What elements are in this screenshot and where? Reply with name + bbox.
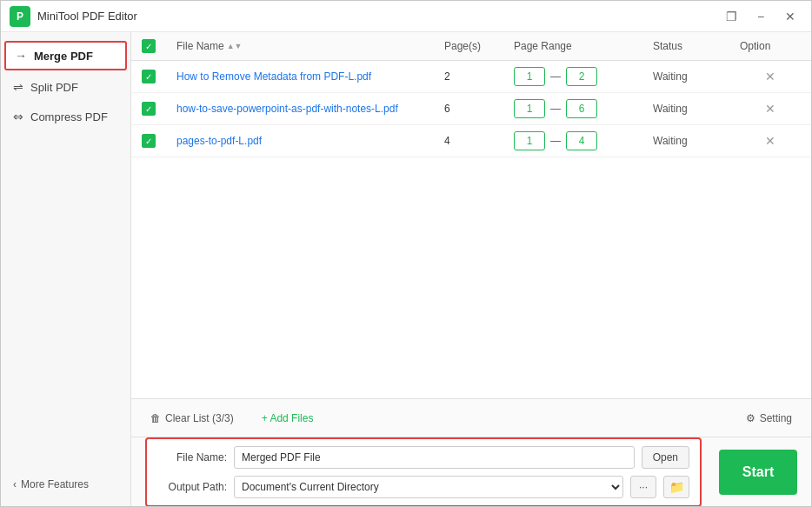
sidebar-item-merge-label: Merge PDF bbox=[34, 50, 93, 63]
app-title: MiniTool PDF Editor bbox=[37, 10, 719, 23]
sidebar-item-split-label: Split PDF bbox=[30, 81, 78, 94]
row1-filename[interactable]: How to Remove Metadata from PDF-L.pdf bbox=[176, 70, 444, 83]
setting-icon: ⚙ bbox=[746, 412, 755, 424]
clear-list-button[interactable]: 🗑 Clear List (3/3) bbox=[145, 409, 239, 428]
window-controls: ❐ − ✕ bbox=[719, 6, 802, 27]
row3-checkbox[interactable]: ✓ bbox=[142, 134, 156, 148]
bottom-form: File Name: Open Output Path: Document's … bbox=[145, 437, 702, 507]
minimize-icon: − bbox=[757, 10, 764, 23]
table-row: ✓ How to Remove Metadata from PDF-L.pdf … bbox=[131, 61, 811, 93]
row2-checkbox[interactable]: ✓ bbox=[142, 102, 156, 116]
header-status: Status bbox=[653, 40, 682, 52]
row1-range-dash: — bbox=[550, 70, 561, 83]
dots-icon: ··· bbox=[639, 481, 648, 493]
row3-range-start[interactable] bbox=[514, 131, 545, 150]
clear-list-icon: 🗑 bbox=[150, 412, 161, 424]
row1-range-end[interactable] bbox=[566, 67, 597, 86]
close-icon: ✕ bbox=[785, 10, 795, 23]
sidebar: → Merge PDF ⇌ Split PDF ⇔ Compress PDF ‹… bbox=[1, 32, 131, 506]
output-path-label: Output Path: bbox=[157, 481, 227, 493]
header-page-range-col: Page Range bbox=[514, 40, 653, 52]
header-option: Option bbox=[740, 40, 770, 52]
row2-status: Waiting bbox=[653, 103, 740, 115]
row3-status: Waiting bbox=[653, 135, 740, 147]
sidebar-item-compress-pdf[interactable]: ⇔ Compress PDF bbox=[1, 102, 130, 131]
row1-page-range: — bbox=[514, 67, 653, 86]
row3-filename[interactable]: pages-to-pdf-L.pdf bbox=[176, 135, 444, 147]
table-row: ✓ how-to-save-powerpoint-as-pdf-with-not… bbox=[131, 93, 811, 125]
row1-checkbox-cell: ✓ bbox=[142, 70, 176, 83]
output-path-row: Output Path: Document's Current Director… bbox=[157, 476, 689, 498]
start-button[interactable]: Start bbox=[719, 450, 797, 495]
table-header: ✓ File Name ▲▼ Page(s) Page Range Status bbox=[131, 32, 811, 61]
table-body: ✓ How to Remove Metadata from PDF-L.pdf … bbox=[131, 61, 811, 398]
clear-list-label: Clear List (3/3) bbox=[165, 412, 234, 424]
row3-range-end[interactable] bbox=[566, 131, 597, 150]
row1-checkbox[interactable]: ✓ bbox=[142, 70, 156, 83]
header-checkbox[interactable]: ✓ bbox=[142, 39, 156, 53]
right-panel: ✓ File Name ▲▼ Page(s) Page Range Status bbox=[131, 32, 811, 506]
chevron-left-icon: ‹ bbox=[13, 478, 17, 490]
setting-button[interactable]: ⚙ Setting bbox=[741, 409, 797, 428]
header-pages-col: Page(s) bbox=[444, 40, 514, 52]
add-files-label: + Add Files bbox=[262, 412, 314, 424]
more-features-button[interactable]: ‹ More Features bbox=[1, 470, 130, 499]
row2-checkbox-cell: ✓ bbox=[142, 102, 176, 116]
row2-range-end[interactable] bbox=[566, 99, 597, 118]
maximize-button[interactable]: ❐ bbox=[719, 6, 743, 27]
merge-pdf-icon: → bbox=[15, 49, 27, 63]
row2-remove-button[interactable]: ✕ bbox=[760, 100, 781, 117]
row2-range-start[interactable] bbox=[514, 99, 545, 118]
table-row: ✓ pages-to-pdf-L.pdf 4 — Waiting ✕ bbox=[131, 125, 811, 157]
titlebar: P MiniTool PDF Editor ❐ − ✕ bbox=[1, 1, 811, 32]
row2-pages: 6 bbox=[444, 103, 514, 115]
sidebar-item-split-pdf[interactable]: ⇌ Split PDF bbox=[1, 72, 130, 102]
header-filename: File Name bbox=[176, 40, 224, 52]
header-status-col: Status bbox=[653, 40, 740, 52]
bottom-bar: File Name: Open Output Path: Document's … bbox=[131, 437, 811, 506]
maximize-icon: ❐ bbox=[726, 10, 737, 23]
main-window: P MiniTool PDF Editor ❐ − ✕ → Merge PDF … bbox=[0, 0, 812, 507]
file-name-label: File Name: bbox=[157, 451, 227, 464]
row1-status: Waiting bbox=[653, 70, 740, 83]
header-page-range: Page Range bbox=[514, 40, 572, 52]
filename-row: File Name: Open bbox=[157, 446, 689, 469]
row3-page-range: — bbox=[514, 131, 653, 150]
row3-checkbox-cell: ✓ bbox=[142, 134, 176, 148]
close-button[interactable]: ✕ bbox=[778, 6, 802, 27]
output-path-select[interactable]: Document's Current Directory bbox=[234, 476, 623, 498]
row1-option: ✕ bbox=[740, 68, 801, 85]
setting-label: Setting bbox=[760, 412, 792, 424]
file-list-area: ✓ File Name ▲▼ Page(s) Page Range Status bbox=[131, 32, 811, 437]
open-button[interactable]: Open bbox=[642, 446, 689, 469]
compress-pdf-icon: ⇔ bbox=[13, 110, 23, 123]
row3-option: ✕ bbox=[740, 132, 801, 150]
row2-range-dash: — bbox=[550, 103, 561, 115]
split-pdf-icon: ⇌ bbox=[13, 80, 23, 94]
more-features-label: More Features bbox=[21, 478, 89, 490]
main-content: → Merge PDF ⇌ Split PDF ⇔ Compress PDF ‹… bbox=[1, 32, 811, 506]
sidebar-item-compress-label: Compress PDF bbox=[30, 110, 108, 123]
row2-option: ✕ bbox=[740, 100, 801, 117]
row3-remove-button[interactable]: ✕ bbox=[760, 132, 781, 150]
header-pages: Page(s) bbox=[444, 40, 481, 52]
add-files-button[interactable]: + Add Files bbox=[256, 409, 319, 428]
header-option-col: Option bbox=[740, 40, 801, 52]
row3-range-dash: — bbox=[550, 135, 561, 147]
row1-pages: 2 bbox=[444, 70, 514, 83]
header-checkbox-col: ✓ bbox=[142, 39, 176, 53]
path-dots-button[interactable]: ··· bbox=[630, 476, 656, 498]
row1-remove-button[interactable]: ✕ bbox=[760, 68, 781, 85]
path-folder-button[interactable]: 📁 bbox=[663, 476, 689, 498]
app-logo: P bbox=[10, 6, 30, 27]
header-filename-col: File Name ▲▼ bbox=[176, 40, 444, 52]
footer-toolbar: 🗑 Clear List (3/3) + Add Files ⚙ Setting bbox=[131, 398, 811, 437]
folder-icon: 📁 bbox=[669, 480, 684, 494]
sidebar-item-merge-pdf[interactable]: → Merge PDF bbox=[4, 41, 127, 70]
row3-pages: 4 bbox=[444, 135, 514, 147]
row2-filename[interactable]: how-to-save-powerpoint-as-pdf-with-notes… bbox=[176, 103, 444, 115]
file-name-input[interactable] bbox=[234, 446, 635, 469]
minimize-button[interactable]: − bbox=[749, 6, 773, 27]
row1-range-start[interactable] bbox=[514, 67, 545, 86]
row2-page-range: — bbox=[514, 99, 653, 118]
